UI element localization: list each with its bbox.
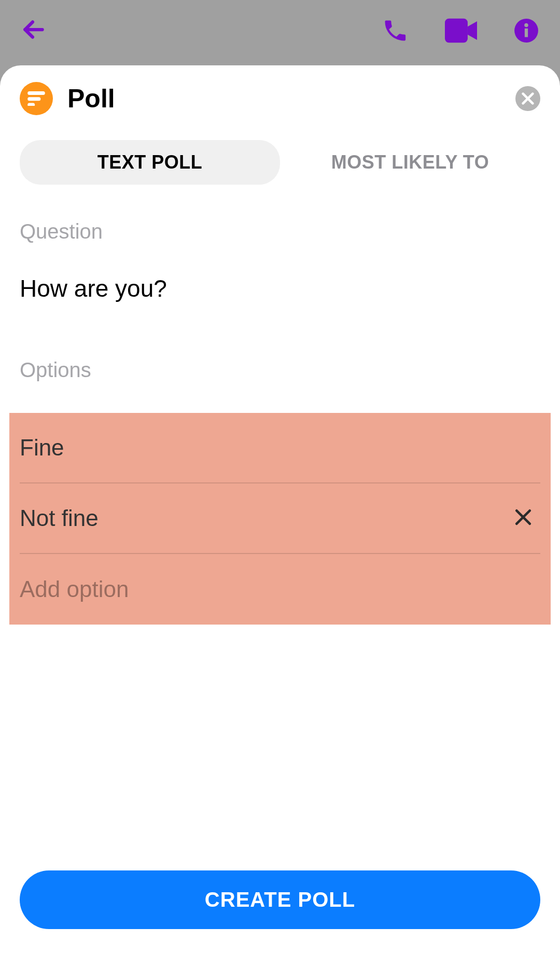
- tab-text-poll[interactable]: TEXT POLL: [20, 140, 280, 185]
- question-label: Question: [20, 220, 540, 243]
- back-button[interactable]: [21, 17, 47, 45]
- svg-marker-2: [468, 21, 477, 40]
- sheet-header: Poll: [20, 82, 540, 115]
- svg-rect-6: [27, 91, 45, 95]
- option-row-add[interactable]: [20, 554, 540, 625]
- add-option-input[interactable]: [20, 576, 540, 602]
- remove-option-button[interactable]: [506, 504, 540, 533]
- poll-sheet: Poll TEXT POLL MOST LIKELY TO Question O…: [0, 65, 560, 955]
- svg-rect-4: [525, 29, 528, 37]
- options-list-highlight: [9, 413, 551, 625]
- option-input-1[interactable]: [20, 435, 540, 461]
- question-input[interactable]: [20, 274, 540, 302]
- option-row[interactable]: [20, 413, 540, 483]
- chat-top-bar: [0, 0, 560, 61]
- options-label: Options: [20, 358, 540, 382]
- option-row[interactable]: [20, 483, 540, 554]
- svg-rect-7: [27, 97, 40, 101]
- info-button[interactable]: [513, 18, 539, 44]
- option-input-2[interactable]: [20, 505, 506, 531]
- close-button[interactable]: [515, 86, 540, 111]
- audio-call-button[interactable]: [382, 17, 409, 44]
- svg-point-5: [524, 23, 528, 27]
- question-row[interactable]: [20, 274, 540, 302]
- create-poll-button[interactable]: CREATE POLL: [20, 870, 540, 929]
- poll-icon: [20, 82, 53, 115]
- sheet-title: Poll: [67, 84, 115, 114]
- svg-rect-8: [27, 103, 35, 106]
- svg-rect-1: [445, 19, 468, 43]
- poll-type-tabs: TEXT POLL MOST LIKELY TO: [20, 140, 540, 185]
- tab-most-likely-to[interactable]: MOST LIKELY TO: [280, 140, 540, 185]
- video-call-button[interactable]: [445, 18, 477, 43]
